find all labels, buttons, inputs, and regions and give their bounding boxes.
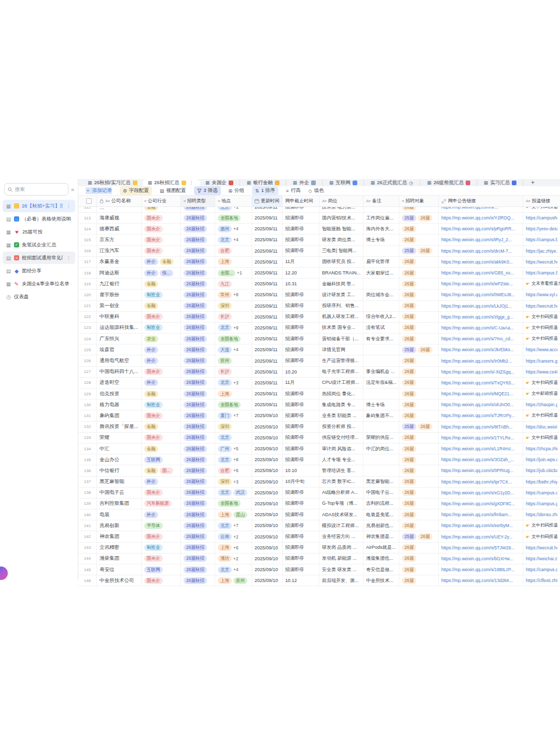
announce-link-cell[interactable]: https://mp.weixin.qq.com/s/19BtLzP...	[439, 564, 523, 575]
update-time-cell[interactable]: 2025/09/10	[252, 444, 283, 454]
industry-cell[interactable]: 国央企	[142, 224, 181, 234]
update-time-cell[interactable]: 2025/09/11	[252, 378, 283, 388]
recruit-type-cell[interactable]: 26届秋招	[181, 410, 215, 421]
recruit-type-cell[interactable]: 26届秋招	[181, 301, 215, 311]
apply-link-cell[interactable]: https://wecruit.hotj...	[523, 543, 560, 553]
column-header-announce-link[interactable]: 网申公告链接	[439, 196, 523, 206]
deadline-cell[interactable]: 招满即停	[283, 344, 319, 355]
fill-color-button[interactable]: ◇填色	[309, 187, 324, 194]
note-cell[interactable]	[363, 207, 399, 212]
location-cell[interactable]: 全国各地	[215, 213, 252, 223]
position-cell[interactable]: 设计研发类 工...	[319, 289, 363, 300]
note-cell[interactable]: 岗位城市会...	[363, 289, 399, 300]
announce-link-cell[interactable]: https://mp.weixin.qq.com/s/fmltarn...	[439, 509, 523, 520]
company-name-cell[interactable]: 江淮汽车	[97, 246, 142, 256]
apply-link-cell[interactable]: https://zhcpa.zhiye...	[523, 444, 560, 454]
announce-link[interactable]: https://mp.weixin.qq.com/s/ohJnO0...	[441, 402, 513, 407]
location-cell[interactable]: 潍坊+2	[215, 554, 252, 564]
update-time-cell[interactable]: 2025/09/11	[252, 213, 283, 223]
company-name-cell[interactable]: 荣耀	[97, 433, 142, 443]
target-cell[interactable]: 26届	[399, 520, 439, 531]
location-cell[interactable]: 合肥	[215, 246, 252, 256]
industry-cell[interactable]: 互联网	[142, 454, 181, 465]
update-time-cell[interactable]: 2025/09/10	[252, 477, 283, 487]
recruit-type-cell[interactable]: 26届秋招	[181, 367, 215, 377]
announce-link-cell[interactable]: https://mp.weixin.qq.com/s/TxQY6S...	[439, 378, 523, 388]
row-number[interactable]: 146	[78, 575, 97, 586]
update-time-cell[interactable]: 2025/09/11	[252, 234, 283, 245]
industry-cell[interactable]: 国央企	[142, 234, 181, 245]
recruit-type-cell[interactable]: 26届秋招	[181, 488, 215, 498]
more-menu-icon[interactable]: ⋮	[65, 255, 72, 260]
sheet-tab-2[interactable]: ▦央国企	[200, 179, 239, 186]
announce-link[interactable]: https://mp.weixin.qq.com/s/0PRiUg...	[441, 468, 513, 473]
apply-link-cell[interactable]: https://www.accent...	[523, 344, 560, 355]
recruit-type-cell[interactable]: 26届秋招	[181, 575, 215, 586]
recruit-type-cell[interactable]: 26届秋招	[181, 543, 215, 553]
announce-link-cell[interactable]: https://mp.weixin.qq.com/s/TJRrzPy...	[439, 410, 523, 421]
industry-cell[interactable]: 国央企	[142, 312, 181, 322]
company-name-cell[interactable]: 中联重科	[97, 312, 142, 322]
row-number[interactable]: 142	[78, 531, 97, 542]
apply-link-cell[interactable]: https://weichai.zhiy...	[523, 554, 560, 564]
apply-link[interactable]: https://campus.boe...	[526, 237, 557, 242]
sidebar-item-3[interactable]: ▦✓免笔试企业汇总	[3, 239, 75, 251]
company-name-cell[interactable]: 海康威视	[97, 213, 142, 223]
announce-link[interactable]: https://mp.weixin.qq.com/s/3OZah_...	[441, 457, 514, 462]
industry-cell[interactable]: 国央企	[142, 575, 181, 586]
location-cell[interactable]: 长沙	[215, 367, 252, 377]
announce-link[interactable]: https://mp.weixin.qq.com/s/fmltarn...	[441, 512, 512, 517]
row-number[interactable]: 139	[78, 499, 97, 509]
update-time-cell[interactable]: 2025/09/11	[252, 389, 283, 399]
location-cell[interactable]: 大连+4	[215, 344, 252, 355]
target-cell[interactable]: 25届26届	[399, 422, 439, 432]
location-cell[interactable]: 合肥+6	[215, 465, 252, 476]
assistant-floating-button[interactable]	[0, 566, 8, 580]
position-cell[interactable]: 前后端开发、测...	[319, 575, 363, 586]
announce-link-cell[interactable]: https://mp.weixin.qq.com/s/drcM-7...	[439, 246, 523, 256]
announce-link-cell[interactable]: https://mp.weixin.qq.com/s/tRyJ_2...	[439, 234, 523, 245]
note-cell[interactable]: 吉利的流程...	[363, 499, 399, 509]
apply-link-cell[interactable]: https://campus.boe...	[523, 234, 560, 245]
announce-link-cell[interactable]: https://mp.weixin.qq.com/s/xG1y2D...	[439, 488, 523, 498]
announce-link-cell[interactable]: https://mp.weixin.qq.com/s/Ir0Mb2...	[439, 355, 523, 366]
note-cell[interactable]: 兆易创新也...	[363, 520, 399, 531]
collapse-sidebar-icon[interactable]: «	[71, 186, 74, 192]
recruit-type-cell[interactable]: 26届秋招	[181, 564, 215, 575]
location-cell[interactable]: 北京+9	[215, 323, 252, 333]
recruit-type-cell[interactable]: 26届秋招	[181, 323, 215, 333]
column-header-target[interactable]: ≡招聘对象	[399, 196, 439, 206]
position-cell[interactable]: 技术类 电力类...	[319, 207, 363, 212]
announce-link-cell[interactable]: https://mp.weixin.qq.com/s/MQE21...	[439, 389, 523, 399]
row-number[interactable]: 136	[78, 465, 97, 476]
recruit-type-cell[interactable]: 26届秋招	[181, 499, 215, 509]
deadline-cell[interactable]: 招满即停	[283, 454, 319, 465]
recruit-type-cell[interactable]: 26届秋招	[181, 509, 215, 520]
position-cell[interactable]: 发动机 新能源 ...	[319, 554, 363, 564]
target-cell[interactable]: 26届	[399, 564, 439, 575]
sidebar-item-5[interactable]: ▤◆面经分享	[3, 265, 75, 277]
target-cell[interactable]: 26届	[399, 355, 439, 366]
apply-link[interactable]: https://campus.51jo...	[526, 270, 557, 275]
position-cell[interactable]: 模拟设计工程师...	[319, 520, 363, 531]
deadline-cell[interactable]: 10月中旬	[283, 477, 319, 487]
deadline-cell[interactable]: 招满即停	[283, 488, 319, 498]
deadline-cell[interactable]: 招满即停	[283, 520, 319, 531]
row-height-button[interactable]: ≡行高	[286, 187, 301, 194]
note-cell[interactable]	[363, 279, 399, 289]
position-cell[interactable]: 投研序列、销售...	[319, 301, 363, 311]
announce-link[interactable]: https://mp.weixin.qq.com/s/bl1XHw...	[441, 556, 513, 561]
tab-menu-icon[interactable]: ⋮	[188, 180, 195, 185]
update-time-cell[interactable]: 2025/09/11	[252, 289, 283, 300]
industry-cell[interactable]: 国央企	[142, 213, 181, 223]
apply-link[interactable]: https://wecruit.hotj...	[526, 545, 557, 550]
recruit-type-cell[interactable]: 26届秋招	[181, 378, 215, 388]
industry-cell[interactable]: 金融	[142, 207, 181, 212]
recruit-type-cell[interactable]: 26届秋招	[181, 257, 215, 267]
apply-link[interactable]: https://join.wps.cn/...	[526, 457, 557, 462]
location-cell[interactable]: 上海苏州	[215, 575, 252, 586]
company-name-cell[interactable]: 广东恒兴	[97, 334, 142, 344]
deadline-cell[interactable]: 11月	[283, 378, 319, 388]
apply-link-cell[interactable]: https://careers.geae...	[523, 355, 560, 366]
row-number[interactable]: 112	[78, 207, 97, 212]
